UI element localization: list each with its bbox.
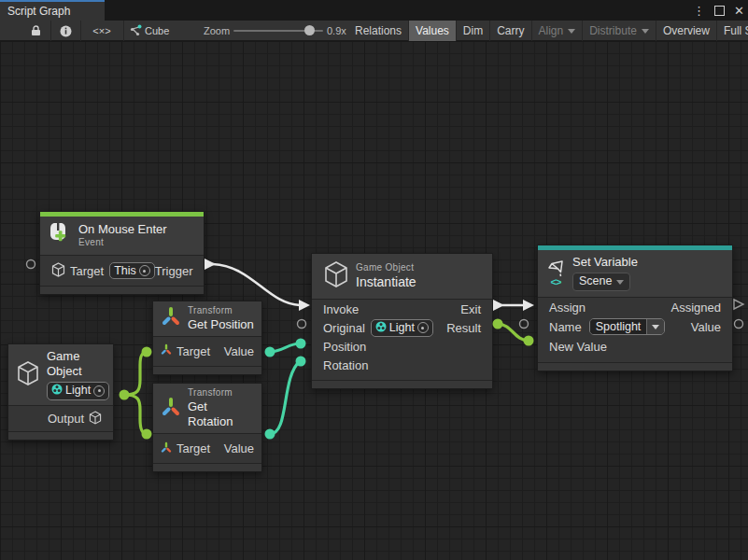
object-picker-icon[interactable] <box>139 265 150 276</box>
mouse-event-icon <box>48 221 72 250</box>
distribute-button[interactable]: Distribute <box>582 21 656 41</box>
chevron-down-icon[interactable] <box>646 319 664 334</box>
zoom-label: Zoom <box>204 21 230 41</box>
scene-variable-icon: <> <box>545 259 566 287</box>
port-invoke-input[interactable] <box>299 300 310 311</box>
port-name-input[interactable] <box>520 320 529 329</box>
node-on-mouse-enter[interactable]: On Mouse Enter Event Target This Trigger <box>39 211 205 295</box>
node-footer <box>153 366 261 374</box>
assigned-port-label: Assigned <box>671 301 721 315</box>
node-title: Get Rotation <box>188 399 254 430</box>
unity-script-graph-window: Script Graph ⋮ ✕ <×> Cube Zoom <box>0 0 748 560</box>
name-port-label: Name <box>549 320 582 334</box>
node-category: Transform <box>188 387 254 399</box>
port-position-input[interactable] <box>296 339 306 349</box>
port-getrotation-target[interactable] <box>142 429 152 440</box>
node-category: Game Object <box>356 262 416 274</box>
wire-output-to-getposition[interactable] <box>124 352 147 395</box>
node-title: Game Object <box>47 349 109 380</box>
overview-button[interactable]: Overview <box>656 21 716 41</box>
light-object-field[interactable]: Light <box>47 382 109 401</box>
info-icon <box>60 25 72 37</box>
port-trigger-output[interactable] <box>205 259 216 270</box>
original-port-label: Original <box>323 321 365 335</box>
align-button[interactable]: Align <box>531 21 583 41</box>
node-get-rotation[interactable]: Transform Get Rotation Target Value <box>152 383 262 472</box>
relations-button[interactable]: Relations <box>348 21 408 41</box>
original-object-field[interactable]: Light <box>371 319 433 337</box>
lock-icon <box>31 25 41 36</box>
port-value-output[interactable] <box>735 320 743 329</box>
target-port-label: Target <box>70 264 104 278</box>
transform-icon <box>161 305 181 331</box>
zoom-slider-knob[interactable] <box>304 25 315 35</box>
close-icon[interactable]: ✕ <box>734 5 744 17</box>
trigger-port-label: Trigger <box>155 264 193 278</box>
object-picker-icon[interactable] <box>417 322 429 333</box>
info-button[interactable] <box>52 21 78 41</box>
node-subtitle: Event <box>78 237 167 249</box>
graph-canvas[interactable]: On Mouse Enter Event Target This Trigger <box>0 41 748 560</box>
port-assign-input[interactable] <box>523 300 534 311</box>
dim-button[interactable]: Dim <box>456 21 489 41</box>
node-footer <box>312 380 492 388</box>
port-getrotation-value[interactable] <box>265 429 275 440</box>
more-menu-icon[interactable]: ⋮ <box>693 5 705 17</box>
fullscreen-button[interactable]: Full Screen <box>716 21 748 41</box>
port-mouse-enter-target[interactable] <box>27 260 35 269</box>
node-game-object-literal[interactable]: Game Object Light Output <box>7 343 114 441</box>
lock-button[interactable] <box>22 21 49 41</box>
transform-mini-icon <box>161 343 172 358</box>
result-port-label: Result <box>446 321 481 335</box>
maximize-icon[interactable] <box>714 6 725 16</box>
wire-getposition-to-position[interactable] <box>270 343 300 352</box>
transform-icon <box>161 396 181 422</box>
chevron-down-icon <box>616 280 624 285</box>
port-gameobject-output[interactable] <box>120 390 130 400</box>
node-set-variable[interactable]: <> Set Variable Scene Assign Assigned <box>537 245 733 371</box>
code-icon: <×> <box>92 25 110 36</box>
port-rotation-input[interactable] <box>296 357 306 367</box>
target-object-field[interactable]: This <box>109 262 155 279</box>
node-footer <box>40 286 204 294</box>
values-button[interactable]: Values <box>408 21 456 41</box>
object-picker-icon[interactable] <box>93 385 105 397</box>
variable-scope-dropdown[interactable]: Scene <box>572 273 630 291</box>
window-controls: ⋮ ✕ <box>693 0 744 21</box>
value-port-label: Value <box>224 441 254 455</box>
port-original-input[interactable] <box>298 320 306 329</box>
value-port-label: Value <box>224 344 254 358</box>
port-getposition-target[interactable] <box>142 347 152 357</box>
port-newvalue-input[interactable] <box>524 336 534 346</box>
variables-brackets-icon: <> <box>551 279 561 287</box>
wire-trigger-to-invoke[interactable] <box>213 264 300 305</box>
target-port-label: Target <box>176 344 210 358</box>
port-assigned-output[interactable] <box>734 300 743 309</box>
graph-toolbar: <×> Cube Zoom 0.9x Relations Values Dim … <box>0 21 748 41</box>
port-getposition-value[interactable] <box>265 347 275 357</box>
wire-output-to-getrotation[interactable] <box>124 395 147 434</box>
value-port-label: Value <box>691 320 721 334</box>
carry-button[interactable]: Carry <box>489 21 530 41</box>
variable-name-dropdown[interactable]: Spotlight <box>589 318 666 335</box>
assign-port-label: Assign <box>549 301 586 315</box>
invoke-port-label: Invoke <box>323 302 359 316</box>
rotation-port-label: Rotation <box>323 358 368 372</box>
node-title: Instantiate <box>356 274 416 291</box>
chevron-down-icon <box>568 29 575 34</box>
wire-result-to-newvalue[interactable] <box>498 324 529 341</box>
zoom-value: 0.9x <box>327 21 346 41</box>
position-port-label: Position <box>323 340 366 354</box>
port-exit-output[interactable] <box>493 300 504 311</box>
wire-getrotation-to-rotation[interactable] <box>270 361 300 434</box>
game-object-icon <box>323 260 349 292</box>
node-title: Set Variable <box>572 255 638 270</box>
node-instantiate[interactable]: Game Object Instantiate Invoke Exit Orig… <box>311 253 493 389</box>
graph-name-label[interactable]: Cube <box>145 21 169 41</box>
code-view-button[interactable]: <×> <box>82 21 121 41</box>
game-object-mini-icon <box>89 411 102 427</box>
node-title: On Mouse Enter <box>78 222 167 237</box>
tab-script-graph[interactable]: Script Graph <box>0 0 105 21</box>
node-get-position[interactable]: Transform Get Position Target Value <box>152 301 262 375</box>
port-result-output[interactable] <box>493 319 503 329</box>
